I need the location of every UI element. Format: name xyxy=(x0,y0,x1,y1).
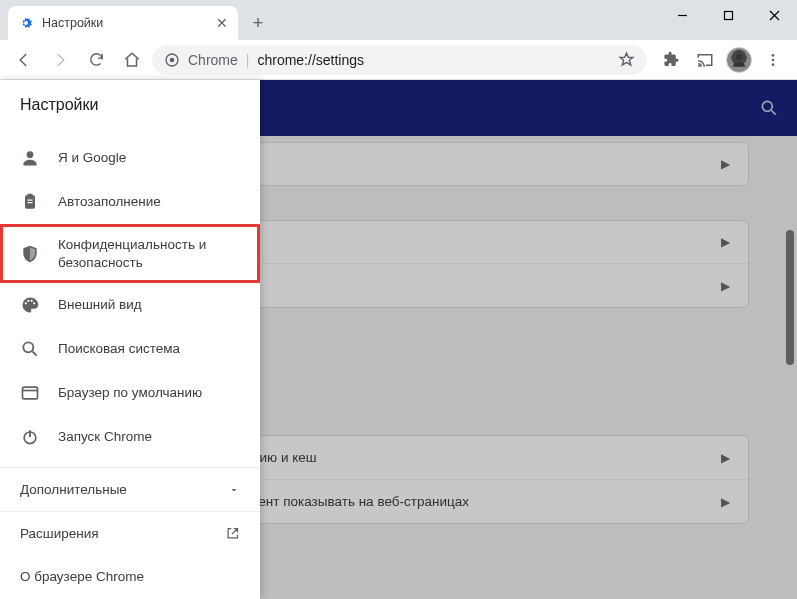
svg-rect-15 xyxy=(28,194,33,197)
settings-sidebar: Настройки Я и Google Автозаполнение Конф… xyxy=(0,80,260,599)
person-icon xyxy=(20,148,40,168)
bookmark-star-icon[interactable] xyxy=(618,51,635,68)
chrome-badge-icon xyxy=(164,52,180,68)
svg-rect-17 xyxy=(28,202,33,203)
new-tab-button[interactable]: + xyxy=(244,9,272,37)
address-separator: | xyxy=(246,52,250,68)
browser-toolbar: Chrome | chrome://settings xyxy=(0,40,797,80)
sidebar-item-default-browser[interactable]: Браузер по умолчанию xyxy=(0,371,260,415)
svg-rect-24 xyxy=(23,387,38,399)
svg-point-13 xyxy=(27,151,34,158)
cast-icon[interactable] xyxy=(689,44,721,76)
svg-line-23 xyxy=(33,352,37,356)
svg-point-5 xyxy=(170,57,175,62)
browser-window-icon xyxy=(20,383,40,403)
sidebar-item-label: Я и Google xyxy=(58,149,126,167)
reload-button[interactable] xyxy=(80,44,112,76)
back-button[interactable] xyxy=(8,44,40,76)
sidebar-item-appearance[interactable]: Внешний вид xyxy=(0,283,260,327)
sidebar-item-label: Внешний вид xyxy=(58,296,142,314)
content-area: ▶ ▶ е▶ пасность ые сайтов, очистить исто… xyxy=(0,80,797,599)
svg-point-19 xyxy=(27,300,29,302)
search-icon xyxy=(20,339,40,359)
svg-point-8 xyxy=(772,54,775,57)
open-external-icon xyxy=(225,526,240,541)
svg-point-7 xyxy=(736,54,742,60)
sidebar-menu: Я и Google Автозаполнение Конфиденциальн… xyxy=(0,126,260,459)
svg-point-6 xyxy=(698,65,700,67)
window-titlebar: Настройки ✕ + xyxy=(0,0,797,40)
sidebar-item-you-and-google[interactable]: Я и Google xyxy=(0,136,260,180)
tab-title: Настройки xyxy=(42,16,103,30)
sidebar-about-chrome[interactable]: О браузере Chrome xyxy=(0,555,260,599)
sidebar-item-privacy-security[interactable]: Конфиденциальность и безопасность xyxy=(0,224,260,283)
maximize-button[interactable] xyxy=(705,0,751,30)
sidebar-item-autofill[interactable]: Автозаполнение xyxy=(0,180,260,224)
forward-button[interactable] xyxy=(44,44,76,76)
svg-rect-16 xyxy=(28,200,33,201)
sidebar-extensions[interactable]: Расширения xyxy=(0,511,260,555)
svg-point-18 xyxy=(25,302,27,304)
svg-point-21 xyxy=(33,302,35,304)
address-bar[interactable]: Chrome | chrome://settings xyxy=(152,45,647,75)
home-button[interactable] xyxy=(116,44,148,76)
tab-close-icon[interactable]: ✕ xyxy=(216,15,228,31)
sidebar-title: Настройки xyxy=(0,80,260,126)
svg-point-9 xyxy=(772,58,775,61)
palette-icon xyxy=(20,295,40,315)
svg-point-10 xyxy=(772,63,775,66)
settings-favicon xyxy=(18,15,34,31)
sidebar-item-label: Поисковая система xyxy=(58,340,180,358)
shield-icon xyxy=(20,244,40,264)
sidebar-item-search-engine[interactable]: Поисковая система xyxy=(0,327,260,371)
sidebar-item-label: Автозаполнение xyxy=(58,193,161,211)
advanced-label: Дополнительные xyxy=(20,482,127,497)
sidebar-item-label: Браузер по умолчанию xyxy=(58,384,202,402)
sidebar-advanced[interactable]: Дополнительные xyxy=(0,467,260,511)
sidebar-item-label: Запуск Chrome xyxy=(58,428,152,446)
extensions-label: Расширения xyxy=(20,526,99,541)
clipboard-icon xyxy=(20,192,40,212)
profile-avatar[interactable] xyxy=(723,44,755,76)
power-icon xyxy=(20,427,40,447)
svg-point-22 xyxy=(23,342,33,352)
chevron-down-icon xyxy=(228,484,240,496)
window-controls xyxy=(659,0,797,40)
extensions-icon[interactable] xyxy=(655,44,687,76)
sidebar-item-label: Конфиденциальность и безопасность xyxy=(58,236,240,271)
address-url: chrome://settings xyxy=(257,52,364,68)
svg-rect-1 xyxy=(724,11,732,19)
sidebar-item-on-startup[interactable]: Запуск Chrome xyxy=(0,415,260,459)
svg-point-20 xyxy=(31,300,33,302)
close-button[interactable] xyxy=(751,0,797,30)
address-scheme: Chrome xyxy=(188,52,238,68)
browser-tab[interactable]: Настройки ✕ xyxy=(8,6,238,40)
minimize-button[interactable] xyxy=(659,0,705,30)
about-label: О браузере Chrome xyxy=(20,569,144,584)
avatar-icon xyxy=(726,47,752,73)
menu-icon[interactable] xyxy=(757,44,789,76)
